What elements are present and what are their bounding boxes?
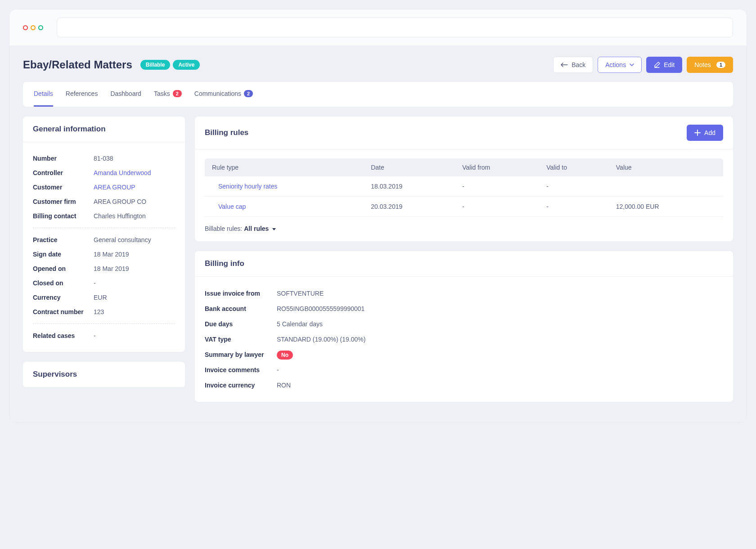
tab-badge: 2: [244, 90, 253, 97]
card-header: Billing info: [195, 251, 733, 277]
tab-communications[interactable]: Communications 2: [194, 82, 253, 107]
info-label: Number: [33, 155, 94, 162]
info-row: Contract number123: [33, 305, 175, 319]
info-value: 123: [94, 308, 104, 315]
minimize-dot-icon[interactable]: [31, 25, 36, 30]
table-row: Value cap20.03.2019--12,000.00 EUR: [205, 197, 723, 217]
notes-button[interactable]: Notes 1: [687, 57, 733, 73]
card-title: Billing info: [205, 259, 244, 268]
info-label: Controller: [33, 169, 94, 176]
info-label: Contract number: [33, 308, 94, 315]
detail-row: Summary by lawyerNo: [205, 347, 723, 362]
notes-label: Notes: [694, 61, 711, 68]
tab-label: Dashboard: [110, 90, 141, 97]
chevron-down-icon: [272, 225, 276, 232]
table-cell: -: [455, 176, 539, 197]
col-date: Date: [364, 158, 455, 176]
card-body: Rule type Date Valid from Valid to Value…: [195, 149, 733, 241]
edit-icon: [654, 62, 660, 68]
tab-dashboard[interactable]: Dashboard: [110, 82, 141, 107]
billable-rules-filter[interactable]: Billable rules: All rules: [205, 225, 723, 232]
detail-label: Invoice comments: [205, 366, 277, 374]
detail-label: Bank account: [205, 305, 277, 312]
billing-rules-table: Rule type Date Valid from Valid to Value…: [205, 158, 723, 217]
info-label: Closed on: [33, 279, 94, 287]
tab-label: References: [66, 90, 98, 97]
card-body: Issue invoice fromSOFTVENTUREBank accoun…: [195, 277, 733, 402]
top-bar: [9, 9, 747, 46]
detail-value: -: [277, 366, 279, 374]
info-value: 81-038: [94, 155, 113, 162]
card-title: General information: [33, 125, 106, 134]
detail-row: VAT typeSTANDARD (19.00%) (19.00%): [205, 332, 723, 347]
info-label: Opened on: [33, 265, 94, 272]
table-cell[interactable]: Seniority hourly rates: [205, 176, 364, 197]
info-label: Currency: [33, 294, 94, 301]
detail-row: Invoice currencyRON: [205, 378, 723, 393]
table-cell: -: [539, 176, 609, 197]
maximize-dot-icon[interactable]: [38, 25, 43, 30]
no-pill-badge: No: [277, 351, 293, 360]
billing-rules-card: Billing rules Add Rule type Date: [195, 117, 733, 241]
info-row: Billing contactCharles Huffington: [33, 209, 175, 223]
info-value[interactable]: AREA GROUP: [94, 184, 135, 191]
info-label: Practice: [33, 236, 94, 243]
info-value: General consultancy: [94, 236, 151, 243]
table-cell: [609, 176, 723, 197]
card-title: Supervisors: [33, 370, 77, 379]
info-value: -: [94, 279, 96, 287]
detail-label: VAT type: [205, 336, 277, 343]
billing-info-card: Billing info Issue invoice fromSOFTVENTU…: [195, 251, 733, 402]
tab-tasks[interactable]: Tasks 2: [154, 82, 182, 107]
info-row: Related cases-: [33, 328, 175, 343]
detail-value: STANDARD (19.00%) (19.00%): [277, 336, 365, 343]
search-input[interactable]: [57, 18, 733, 37]
info-row: Sign date18 Mar 2019: [33, 247, 175, 261]
page-title: Ebay/Related Matters: [23, 58, 132, 71]
info-value: AREA GROUP CO: [94, 198, 146, 205]
billable-rules-label: Billable rules:: [205, 225, 242, 232]
tab-references[interactable]: References: [66, 82, 98, 107]
arrow-left-icon: [561, 62, 568, 68]
tabs-bar: Details References Dashboard Tasks 2 Com…: [23, 82, 733, 107]
columns: General information Number81-038Controll…: [23, 117, 733, 412]
info-label: Customer firm: [33, 198, 94, 205]
info-value: 18 Mar 2019: [94, 251, 129, 258]
status-badge: Active: [173, 60, 200, 70]
info-label: Related cases: [33, 332, 94, 339]
header-actions: Back Actions Edit Notes 1: [553, 57, 733, 73]
page-header: Ebay/Related Matters Billable Active Bac…: [23, 57, 733, 73]
chevron-down-icon: [630, 63, 634, 66]
table-row: Seniority hourly rates18.03.2019--: [205, 176, 723, 197]
info-label: Billing contact: [33, 212, 94, 220]
tab-badge: 2: [173, 90, 182, 97]
info-row: PracticeGeneral consultancy: [33, 233, 175, 247]
back-button[interactable]: Back: [553, 57, 593, 73]
plus-icon: [694, 130, 701, 136]
tab-details[interactable]: Details: [34, 82, 53, 107]
detail-row: Invoice comments-: [205, 362, 723, 378]
col-rule-type: Rule type: [205, 158, 364, 176]
detail-value: RON: [277, 382, 291, 389]
info-row: Closed on-: [33, 276, 175, 290]
tab-label: Tasks: [154, 90, 170, 97]
info-value: -: [94, 332, 96, 339]
info-row: CustomerAREA GROUP: [33, 180, 175, 194]
app-frame: Ebay/Related Matters Billable Active Bac…: [9, 9, 747, 423]
detail-label: Summary by lawyer: [205, 351, 277, 358]
table-cell: 20.03.2019: [364, 197, 455, 217]
table-cell[interactable]: Value cap: [205, 197, 364, 217]
actions-dropdown-button[interactable]: Actions: [598, 57, 642, 73]
add-label: Add: [704, 129, 716, 136]
add-rule-button[interactable]: Add: [687, 125, 723, 141]
supervisors-card: Supervisors: [23, 362, 185, 387]
edit-button[interactable]: Edit: [646, 57, 682, 73]
detail-value: SOFTVENTURE: [277, 290, 324, 297]
close-dot-icon[interactable]: [23, 25, 28, 30]
card-header: Billing rules Add: [195, 117, 733, 149]
detail-label: Due days: [205, 320, 277, 328]
table-cell: 18.03.2019: [364, 176, 455, 197]
tab-label: Details: [34, 90, 53, 97]
info-value[interactable]: Amanda Underwood: [94, 169, 151, 176]
info-row: Number81-038: [33, 151, 175, 166]
